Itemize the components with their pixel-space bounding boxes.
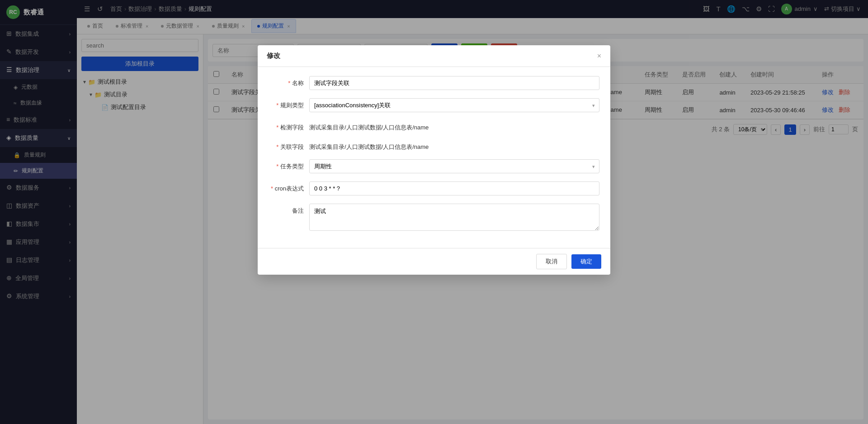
- task-type-label: 任务类型: [269, 159, 309, 171]
- rule-type-select[interactable]: [associationConsistency]关联: [309, 98, 599, 112]
- task-type-select[interactable]: 周期性 一次性: [309, 159, 599, 173]
- edit-modal: 修改 × 名称 规则类型 [associationConsistency]关联 …: [258, 45, 610, 275]
- name-input[interactable]: [309, 76, 599, 90]
- cancel-button[interactable]: 取消: [536, 254, 567, 269]
- remark-textarea[interactable]: 测试: [309, 204, 599, 231]
- related-field-value: 测试采集目录/人口测试数据/人口信息表/name: [309, 140, 599, 151]
- detect-field-value: 测试采集目录/人口测试数据/人口信息表/name: [309, 120, 599, 132]
- confirm-button[interactable]: 确定: [571, 254, 601, 269]
- cron-label: cron表达式: [269, 181, 309, 193]
- modal-footer: 取消 确定: [258, 248, 610, 275]
- related-field-label: 关联字段: [269, 140, 309, 151]
- remark-label: 备注: [269, 204, 309, 215]
- modal-close-button[interactable]: ×: [597, 52, 601, 60]
- modal-header: 修改 ×: [258, 45, 610, 67]
- form-row-cron: cron表达式: [269, 181, 599, 195]
- modal-body: 名称 规则类型 [associationConsistency]关联 检测字段 …: [258, 67, 610, 248]
- name-label: 名称: [269, 76, 309, 87]
- cron-input[interactable]: [309, 181, 599, 195]
- form-row-detect-field: 检测字段 测试采集目录/人口测试数据/人口信息表/name: [269, 120, 599, 132]
- modal-overlay: 修改 × 名称 规则类型 [associationConsistency]关联 …: [0, 0, 868, 424]
- form-row-rule-type: 规则类型 [associationConsistency]关联: [269, 98, 599, 112]
- form-row-related-field: 关联字段 测试采集目录/人口测试数据/人口信息表/name: [269, 140, 599, 151]
- rule-type-label: 规则类型: [269, 98, 309, 110]
- modal-title: 修改: [267, 52, 280, 60]
- form-row-task-type: 任务类型 周期性 一次性: [269, 159, 599, 173]
- detect-field-label: 检测字段: [269, 120, 309, 132]
- task-type-select-wrap: 周期性 一次性: [309, 159, 599, 173]
- form-row-remark: 备注 测试: [269, 204, 599, 231]
- form-row-name: 名称: [269, 76, 599, 90]
- rule-type-select-wrap: [associationConsistency]关联: [309, 98, 599, 112]
